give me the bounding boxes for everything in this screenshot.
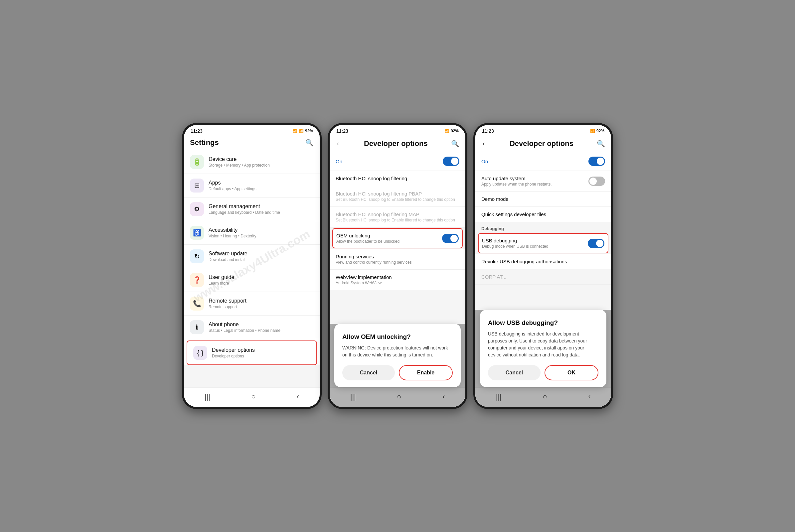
about-phone-title: About phone xyxy=(208,322,314,327)
user-guide-icon: ❓ xyxy=(190,273,204,287)
oem-unlocking-title: OEM unlocking xyxy=(336,233,442,239)
settings-item-developer-options[interactable]: { } Developer options Developer options xyxy=(187,341,317,365)
recents-button-1[interactable]: ||| xyxy=(205,392,210,401)
dev-item-bt-pbap: Bluetooth HCI snoop log filtering PBAP S… xyxy=(330,186,465,207)
oem-dialog-buttons: Cancel Enable xyxy=(342,365,453,380)
dev-item-demo-mode[interactable]: Demo mode xyxy=(475,191,611,207)
developer-options-sub: Developer options xyxy=(212,354,310,358)
dev-item-revoke-usb[interactable]: Revoke USB debugging authorisations xyxy=(475,254,611,269)
dev-item-auto-update[interactable]: Auto update system Apply updates when th… xyxy=(475,171,611,191)
status-icons-1: 📶 📶 92% xyxy=(292,129,313,133)
dev-options-title-3: Developer options xyxy=(510,139,573,148)
oem-toggle[interactable] xyxy=(442,234,459,243)
webview-title: WebView implementation xyxy=(336,274,459,280)
dialog-overlay-2: Allow OEM unlocking? WARNING: Device pro… xyxy=(330,324,465,407)
auto-update-toggle[interactable] xyxy=(588,176,605,186)
settings-item-general-mgmt[interactable]: ⚙ General management Language and keyboa… xyxy=(184,197,320,221)
about-phone-sub: Status • Legal information • Phone name xyxy=(208,328,314,333)
dev-options-title-2: Developer options xyxy=(364,139,428,148)
dev-item-bt-hci[interactable]: Bluetooth HCI snoop log filtering xyxy=(330,171,465,186)
developer-options-text: Developer options Developer options xyxy=(212,347,310,358)
time-2: 11:23 xyxy=(336,128,348,134)
software-update-icon: ↻ xyxy=(190,249,204,263)
main-toggle-2[interactable] xyxy=(443,157,459,166)
developer-options-title: Developer options xyxy=(212,347,310,353)
status-bar-2: 11:23 📶 92% xyxy=(330,125,465,135)
dev-item-running-services[interactable]: Running services View and control curren… xyxy=(330,249,465,270)
remote-support-text: Remote support Remote support xyxy=(208,298,314,309)
phone-3: 11:23 📶 92% ‹ Developer options 🔍 On xyxy=(473,123,613,409)
bt-map-sub: Set Bluetooth HCI snoop log to Enable fi… xyxy=(336,218,459,223)
auto-update-title: Auto update system xyxy=(481,175,588,181)
oem-dialog-text: WARNING: Device protection features will… xyxy=(342,344,453,358)
remote-support-title: Remote support xyxy=(208,298,314,304)
settings-title: Settings xyxy=(190,138,219,147)
dev-item-oem-unlocking[interactable]: OEM unlocking Allow the bootloader to be… xyxy=(332,228,463,248)
revoke-usb-text: Revoke USB debugging authorisations xyxy=(481,259,605,264)
running-services-title: Running services xyxy=(336,254,459,259)
battery-2: 92% xyxy=(451,129,459,133)
device-care-title: Device care xyxy=(208,156,314,162)
about-phone-icon: ℹ xyxy=(190,320,204,334)
apps-sub: Default apps • App settings xyxy=(208,187,314,191)
settings-list: 🔋 Device care Storage • Memory • App pro… xyxy=(184,150,320,365)
search-button-1[interactable]: 🔍 xyxy=(306,139,314,147)
battery-1: 92% xyxy=(305,129,313,133)
settings-item-remote-support[interactable]: 📞 Remote support Remote support xyxy=(184,292,320,316)
usb-dialog-buttons: Cancel OK xyxy=(488,365,598,380)
settings-item-apps[interactable]: ⊞ Apps Default apps • App settings xyxy=(184,174,320,197)
bt-pbap-title: Bluetooth HCI snoop log filtering PBAP xyxy=(336,191,459,196)
usb-ok-button[interactable]: OK xyxy=(544,365,598,380)
settings-item-about-phone[interactable]: ℹ About phone Status • Legal information… xyxy=(184,316,320,339)
status-icons-3: 📶 92% xyxy=(590,129,605,133)
debugging-label: Debugging xyxy=(475,222,611,232)
dev-item-placeholder: CORP AT... xyxy=(475,269,611,285)
usb-dialog-title: Allow USB debugging? xyxy=(488,319,598,326)
on-label-3: On xyxy=(481,158,488,164)
dev-item-webview[interactable]: WebView implementation Android System We… xyxy=(330,270,465,290)
back-btn-3[interactable]: ‹ xyxy=(481,138,486,149)
settings-item-device-care[interactable]: 🔋 Device care Storage • Memory • App pro… xyxy=(184,150,320,174)
search-button-2[interactable]: 🔍 xyxy=(451,140,459,148)
dev-item-qs-tiles[interactable]: Quick settings developer tiles xyxy=(475,207,611,222)
revoke-usb-title: Revoke USB debugging authorisations xyxy=(481,259,605,264)
settings-item-software-update[interactable]: ↻ Software update Download and install xyxy=(184,245,320,268)
apps-text: Apps Default apps • App settings xyxy=(208,180,314,191)
settings-item-user-guide[interactable]: ❓ User guide Learn more xyxy=(184,268,320,292)
home-button-1[interactable]: ○ xyxy=(251,392,256,401)
settings-item-accessibility[interactable]: ♿ Accessibility Vision • Hearing • Dexte… xyxy=(184,221,320,245)
main-toggle-3[interactable] xyxy=(588,157,605,166)
oem-cancel-button[interactable]: Cancel xyxy=(342,365,395,380)
accessibility-title: Accessibility xyxy=(208,227,314,233)
usb-debugging-toggle[interactable] xyxy=(588,239,605,248)
dialog-overlay-3: Allow USB debugging? USB debugging is in… xyxy=(475,310,611,407)
usb-debugging-sub: Debug mode when USB is connected xyxy=(482,244,588,249)
status-bar-3: 11:23 📶 92% xyxy=(475,125,611,135)
signal-icon: 📶 xyxy=(299,129,304,133)
status-icons-2: 📶 92% xyxy=(444,129,459,133)
phone-2: 11:23 📶 92% ‹ Developer options 🔍 On xyxy=(328,123,467,409)
time-1: 11:23 xyxy=(190,128,203,134)
dev-item-usb-debugging[interactable]: USB debugging Debug mode when USB is con… xyxy=(478,233,608,253)
device-care-text: Device care Storage • Memory • App prote… xyxy=(208,156,314,168)
on-row-3: On xyxy=(475,152,611,171)
accessibility-sub: Vision • Hearing • Dexterity xyxy=(208,234,314,239)
wifi-icon: 📶 xyxy=(292,129,297,133)
oem-dialog: Allow OEM unlocking? WARNING: Device pro… xyxy=(334,324,461,387)
phone-1: 11:23 📶 📶 92% Settings 🔍 🔋 Device care xyxy=(182,123,322,409)
webview-sub: Android System WebView xyxy=(336,281,459,285)
user-guide-title: User guide xyxy=(208,274,314,280)
back-button-1[interactable]: ‹ xyxy=(297,392,299,401)
time-3: 11:23 xyxy=(482,128,494,134)
oem-enable-button[interactable]: Enable xyxy=(399,365,453,380)
top-bar-3: ‹ Developer options 🔍 xyxy=(475,135,611,152)
accessibility-text: Accessibility Vision • Hearing • Dexteri… xyxy=(208,227,314,239)
dev-item-bt-map: Bluetooth HCI snoop log filtering MAP Se… xyxy=(330,207,465,227)
device-care-sub: Storage • Memory • App protection xyxy=(208,163,314,168)
qs-tiles-text: Quick settings developer tiles xyxy=(481,211,605,217)
search-button-3[interactable]: 🔍 xyxy=(597,140,605,148)
usb-dialog: Allow USB debugging? USB debugging is in… xyxy=(480,310,606,387)
back-btn-2[interactable]: ‹ xyxy=(336,138,340,149)
usb-cancel-button[interactable]: Cancel xyxy=(488,365,540,380)
user-guide-sub: Learn more xyxy=(208,281,314,286)
